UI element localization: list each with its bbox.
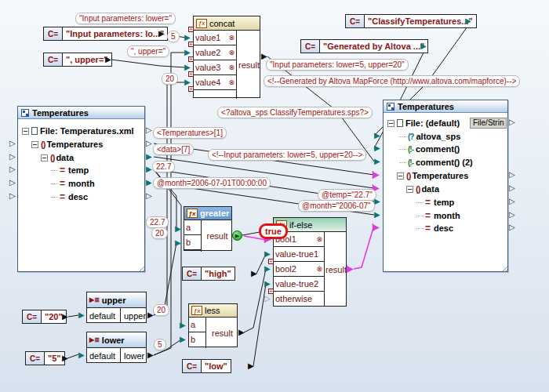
- component-title-bar[interactable]: Temperatures: [18, 107, 144, 119]
- input-connector-bool2[interactable]: [264, 265, 271, 273]
- function-input-row[interactable]: b: [184, 235, 201, 250]
- function-title-bar[interactable]: ƒx greater: [184, 207, 231, 220]
- source-component-temperatures[interactable]: Temperatures File: Temperatures.xml Temp…: [17, 106, 145, 272]
- output-connector-file[interactable]: [146, 126, 152, 134]
- function-input-row[interactable]: value1: [194, 31, 236, 45]
- constant-twenty[interactable]: C= "20": [22, 310, 67, 324]
- input-connector[interactable]: [9, 192, 16, 200]
- file-string-button[interactable]: File/Strin: [470, 118, 507, 129]
- tree-row-temp[interactable]: temp: [416, 196, 454, 209]
- constant-five[interactable]: C= "5": [25, 351, 65, 365]
- function-input-row[interactable]: value4: [194, 75, 236, 90]
- input-connector-otherwise[interactable]: [264, 295, 271, 303]
- input-connector-comment1[interactable]: [374, 144, 380, 152]
- function-input-row[interactable]: value2: [194, 45, 236, 60]
- input-connector-default[interactable]: [78, 351, 85, 359]
- resize-grip[interactable]: [137, 264, 144, 271]
- delete-icon[interactable]: [228, 49, 235, 56]
- output-connector[interactable]: [509, 211, 515, 219]
- output-connector[interactable]: [509, 118, 515, 126]
- variable-output-cell[interactable]: upper: [122, 308, 147, 323]
- function-input-row[interactable]: a: [184, 220, 201, 235]
- variable-output-cell[interactable]: lower: [122, 348, 147, 363]
- output-connector[interactable]: [509, 184, 515, 192]
- output-connector[interactable]: [509, 223, 515, 231]
- tree-row-month[interactable]: month: [51, 177, 95, 190]
- function-input-row[interactable]: b: [189, 332, 205, 347]
- resize-grip[interactable]: [500, 264, 507, 271]
- output-connector-result[interactable]: [261, 53, 267, 60]
- variable-upper[interactable]: upper default upper: [86, 292, 147, 323]
- tree-row-comment2[interactable]: comment() (2): [399, 156, 473, 169]
- input-connector-value4[interactable]: [184, 78, 191, 86]
- function-title-bar[interactable]: ƒx less: [189, 304, 237, 318]
- collapse-minus-icon[interactable]: [387, 120, 394, 127]
- delete-icon[interactable]: [228, 64, 235, 71]
- tree-row-altova-sps[interactable]: altova_sps: [399, 130, 460, 143]
- output-connector[interactable]: [465, 17, 471, 25]
- input-connector-month[interactable]: [374, 211, 380, 219]
- variable-input-cell[interactable]: default: [87, 308, 121, 323]
- output-connector[interactable]: [509, 198, 515, 205]
- add-icon[interactable]: [188, 71, 194, 77]
- tree-row-temperatures[interactable]: Temperatures: [397, 169, 468, 182]
- constant-generated-by[interactable]: C= "Generated by Altova ...": [300, 39, 428, 53]
- input-connector-b[interactable]: [175, 239, 181, 247]
- input-connector[interactable]: [9, 165, 16, 173]
- function-title-bar[interactable]: ƒx concat: [194, 16, 260, 31]
- tree-row-data[interactable]: data: [41, 151, 74, 164]
- input-connector[interactable]: [9, 179, 16, 187]
- input-connector-value-true2[interactable]: [264, 280, 271, 288]
- output-connector[interactable]: [420, 42, 427, 50]
- input-connector-default[interactable]: [78, 311, 85, 319]
- constant-comma-upper[interactable]: C= ", upper=": [43, 53, 112, 67]
- collapse-minus-icon[interactable]: [31, 141, 38, 148]
- function-concat[interactable]: ƒx concat value1 value2 value3 value4 re…: [193, 16, 260, 98]
- input-connector-value1[interactable]: [184, 34, 191, 42]
- tree-row-month[interactable]: month: [416, 209, 460, 222]
- variable-lower[interactable]: lower default lower: [86, 332, 147, 363]
- delete-icon[interactable]: [316, 236, 322, 243]
- output-connector[interactable]: [105, 56, 111, 64]
- constant-input-params-lower[interactable]: C= "Input parameters: lo...": [43, 27, 168, 41]
- input-connector-value2[interactable]: [184, 49, 191, 56]
- output-connector[interactable]: [158, 30, 165, 38]
- input-connector-desc[interactable]: [372, 223, 379, 231]
- component-title-bar[interactable]: Temperatures: [384, 100, 507, 113]
- output-connector-temperatures[interactable]: [146, 140, 152, 147]
- tree-row-data[interactable]: data: [406, 183, 439, 195]
- function-less[interactable]: ƒx less a b result: [188, 303, 238, 347]
- add-icon[interactable]: [268, 289, 274, 294]
- variable-title-bar[interactable]: upper: [87, 292, 146, 308]
- add-icon[interactable]: [188, 42, 194, 47]
- output-connector[interactable]: [509, 171, 515, 179]
- output-connector-month[interactable]: [146, 179, 152, 187]
- output-connector[interactable]: [62, 313, 68, 321]
- constant-classify-temperatures[interactable]: C= "ClassifyTemperatures...": [345, 14, 477, 28]
- variable-title-bar[interactable]: lower: [87, 332, 146, 348]
- add-icon[interactable]: [188, 27, 194, 32]
- delete-icon[interactable]: [228, 79, 235, 86]
- function-input-row[interactable]: otherwise: [274, 292, 324, 307]
- function-input-row[interactable]: value3: [194, 60, 236, 75]
- play-value-indicator[interactable]: [232, 230, 242, 241]
- input-connector-altova-sps[interactable]: [374, 132, 380, 140]
- collapse-minus-icon[interactable]: [397, 172, 404, 180]
- collapse-minus-icon[interactable]: [406, 186, 413, 193]
- input-connector-value3[interactable]: [184, 64, 191, 71]
- output-connector[interactable]: [251, 270, 257, 278]
- output-connector-data[interactable]: [146, 153, 152, 161]
- function-input-row[interactable]: value-true1: [274, 247, 324, 262]
- tree-row-comment1[interactable]: comment(): [399, 143, 460, 155]
- function-input-row[interactable]: value-true2: [274, 277, 324, 292]
- collapse-minus-icon[interactable]: [41, 154, 48, 162]
- input-connector-a[interactable]: [175, 225, 181, 233]
- add-icon[interactable]: [188, 56, 194, 62]
- input-connector-b[interactable]: [180, 336, 186, 343]
- output-connector-lower[interactable]: [147, 351, 154, 359]
- add-icon[interactable]: [268, 259, 274, 264]
- variable-input-cell[interactable]: default: [87, 348, 121, 363]
- output-connector[interactable]: [248, 362, 254, 370]
- input-connector[interactable]: [9, 140, 16, 147]
- function-greater[interactable]: ƒx greater a b result: [184, 206, 232, 251]
